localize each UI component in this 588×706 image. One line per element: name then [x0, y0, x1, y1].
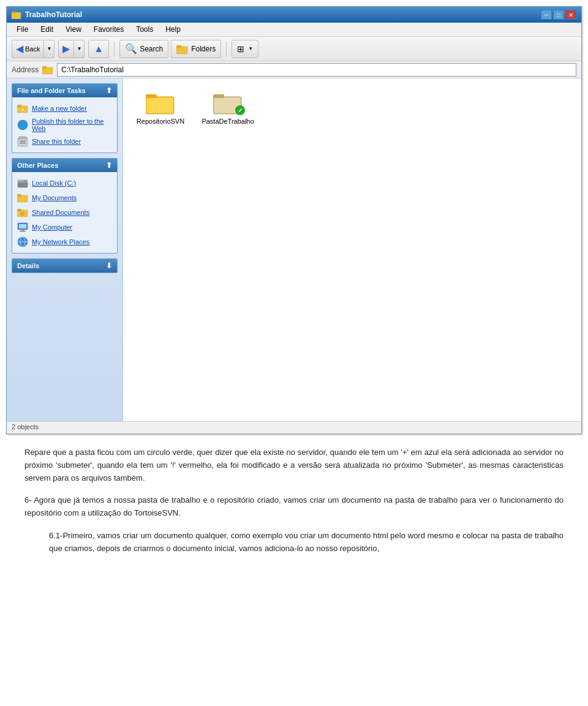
- menu-favorites[interactable]: Favorites: [89, 24, 129, 35]
- svg-rect-3: [176, 45, 181, 48]
- shared-documents-label: Shared Documents: [32, 209, 89, 216]
- svg-rect-23: [20, 214, 24, 216]
- menu-edit[interactable]: Edit: [36, 24, 58, 35]
- publish-icon: 🌐: [17, 119, 28, 130]
- forward-arrow-icon: ▶: [62, 43, 70, 54]
- title-bar-controls: ─ □ ✕: [541, 10, 576, 20]
- other-places-content: Local Disk (C:) My Documents: [12, 172, 117, 253]
- my-network-icon: [17, 236, 28, 247]
- forward-group: ▶ ▼: [58, 40, 85, 58]
- publish-folder-item[interactable]: 🌐 Publish this folder to the Web: [15, 116, 115, 134]
- other-places-section: Other Places ⬆ Local Disk (C:): [12, 158, 118, 253]
- forward-button[interactable]: ▶: [58, 40, 74, 58]
- forward-dropdown[interactable]: ▼: [74, 40, 85, 58]
- up-button[interactable]: ▲: [88, 40, 109, 58]
- details-header[interactable]: Details ⬇: [12, 259, 117, 272]
- share-folder-label: Share this folder: [32, 138, 81, 145]
- make-new-folder-item[interactable]: + Make a new folder: [15, 101, 115, 116]
- details-section: Details ⬇: [12, 258, 118, 273]
- paragraph-3: 6.1-Primeiro, vamos criar um documento q…: [24, 530, 564, 555]
- content-area: RepositorioSVN ✓ PastaDeTrabalho: [123, 78, 581, 421]
- search-icon: 🔍: [125, 43, 137, 54]
- address-label: Address: [12, 66, 39, 74]
- address-bar: Address: [7, 61, 581, 78]
- back-label: Back: [25, 45, 40, 53]
- explorer-window: TrabalhoTutorial ─ □ ✕ File Edit View Fa…: [6, 6, 582, 434]
- folder-repositoriosvn[interactable]: RepositorioSVN: [133, 88, 188, 127]
- title-bar-icon: [12, 10, 21, 20]
- menu-tools[interactable]: Tools: [131, 24, 158, 35]
- other-places-title: Other Places: [17, 162, 58, 169]
- my-documents-icon: [17, 192, 28, 203]
- close-button[interactable]: ✕: [565, 10, 576, 20]
- search-button[interactable]: 🔍 Search: [119, 40, 168, 58]
- toolbar-separator-1: [114, 42, 115, 56]
- my-network-places-item[interactable]: My Network Places: [15, 235, 115, 249]
- shared-documents-icon: [17, 207, 28, 218]
- my-computer-item[interactable]: My Computer: [15, 220, 115, 235]
- file-folder-tasks-header[interactable]: File and Folder Tasks ⬆: [12, 84, 117, 97]
- left-panel: File and Folder Tasks ⬆ + Make a: [7, 78, 123, 421]
- svg-rect-5: [42, 66, 47, 69]
- view-icon: ⊞: [237, 44, 244, 54]
- status-text: 2 objects: [12, 423, 39, 430]
- svg-rect-1: [12, 12, 16, 13]
- file-folder-tasks-section: File and Folder Tasks ⬆ + Make a: [12, 83, 118, 153]
- menu-view[interactable]: View: [61, 24, 86, 35]
- menu-help[interactable]: Help: [160, 24, 186, 35]
- file-folder-tasks-content: + Make a new folder 🌐 Publish this folde…: [12, 97, 117, 152]
- back-dropdown[interactable]: ▼: [44, 40, 55, 58]
- folders-button[interactable]: Folders: [171, 40, 221, 58]
- back-button[interactable]: ◀ Back: [12, 40, 44, 58]
- green-check-badge: ✓: [235, 105, 245, 115]
- status-bar: 2 objects: [7, 421, 581, 434]
- toolbar: ◀ Back ▼ ▶ ▼ ▲: [7, 37, 581, 61]
- address-input[interactable]: [57, 63, 576, 77]
- share-icon: [17, 136, 28, 147]
- publish-folder-label: Publish this folder to the Web: [32, 118, 112, 132]
- up-arrow-icon: ▲: [94, 43, 104, 54]
- svg-rect-16: [18, 180, 28, 182]
- view-button[interactable]: ⊞ ▼: [232, 40, 258, 58]
- local-disk-icon: [17, 178, 28, 189]
- folder-repositoriosvn-icon-wrap: [146, 91, 175, 115]
- window-title: TrabalhoTutorial: [25, 10, 82, 19]
- forward-chevron-icon: ▼: [77, 46, 81, 51]
- minimize-button[interactable]: ─: [541, 10, 552, 20]
- svg-rect-22: [20, 212, 24, 214]
- back-arrow-icon: ◀: [16, 43, 23, 54]
- svg-rect-21: [17, 209, 21, 211]
- toolbar-separator-2: [226, 42, 227, 56]
- my-documents-item[interactable]: My Documents: [15, 190, 115, 205]
- svg-rect-14: [20, 143, 26, 144]
- new-folder-icon: +: [17, 103, 28, 114]
- shared-documents-item[interactable]: Shared Documents: [15, 205, 115, 220]
- title-bar: TrabalhoTutorial ─ □ ✕: [7, 7, 581, 23]
- folder-pastadetrabalho-label: PastaDeTrabalho: [202, 118, 254, 125]
- svg-rect-12: [19, 137, 26, 139]
- local-disk-item[interactable]: Local Disk (C:): [15, 176, 115, 190]
- paragraph-2: 6- Agora que já temos a nossa pasta de t…: [24, 494, 564, 520]
- svg-rect-25: [19, 224, 26, 228]
- maximize-button[interactable]: □: [553, 10, 564, 20]
- share-folder-item[interactable]: Share this folder: [15, 134, 115, 149]
- search-label: Search: [140, 45, 163, 53]
- svg-point-17: [24, 181, 26, 182]
- svg-rect-13: [20, 141, 26, 142]
- other-places-header[interactable]: Other Places ⬆: [12, 159, 117, 172]
- view-chevron-icon: ▼: [248, 46, 253, 51]
- details-title: Details: [17, 262, 39, 269]
- paragraph-1: Repare que a pasta ficou com um circulo …: [24, 446, 564, 484]
- folder-pastadetrabalho[interactable]: ✓ PastaDeTrabalho: [200, 88, 255, 127]
- my-documents-label: My Documents: [32, 194, 77, 201]
- details-collapse-icon: ⬇: [106, 261, 112, 270]
- folders-icon: [176, 43, 189, 54]
- menu-file[interactable]: File: [12, 24, 33, 35]
- svg-rect-19: [17, 194, 21, 197]
- back-chevron-icon: ▼: [47, 46, 51, 51]
- folder-repositoriosvn-label: RepositorioSVN: [137, 118, 184, 125]
- local-disk-label: Local Disk (C:): [32, 179, 76, 187]
- my-computer-label: My Computer: [32, 223, 72, 231]
- main-area: File and Folder Tasks ⬆ + Make a: [7, 78, 581, 421]
- svg-text:🌐: 🌐: [19, 121, 27, 129]
